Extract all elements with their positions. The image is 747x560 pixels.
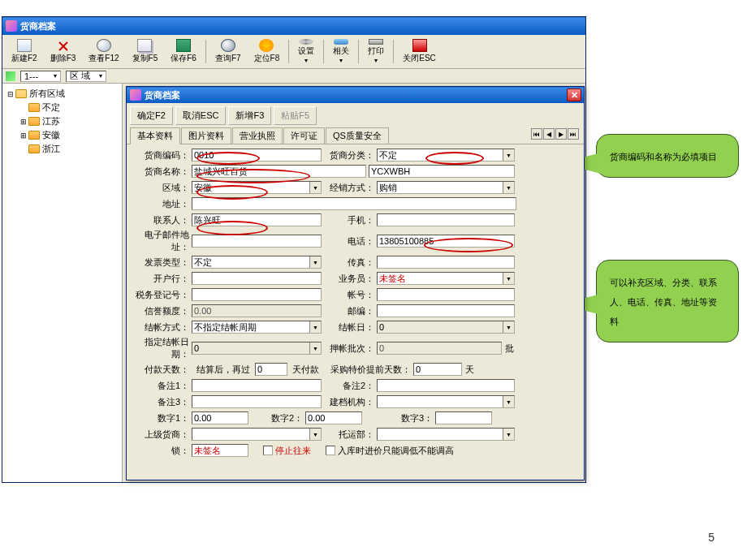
tab-license[interactable]: 营业执照 (232, 127, 283, 144)
buildorg-select[interactable]: ▼ (377, 395, 515, 408)
settlemode-select[interactable]: 不指定结帐周期▼ (192, 321, 322, 334)
taxreg-input[interactable] (192, 288, 322, 301)
credit-label: 信誉额度： (128, 305, 192, 317)
category-select[interactable]: 不定▼ (377, 149, 515, 162)
delete-button[interactable]: 删除F3 (45, 37, 82, 67)
close-button[interactable]: 关闭ESC (397, 37, 442, 67)
consign-label: 托运部： (322, 429, 377, 441)
filter-select-1[interactable]: 1---▾ (20, 71, 61, 82)
nav-prev-button[interactable]: ◀ (543, 128, 555, 140)
chevron-down-icon: ▼ (309, 429, 321, 440)
purchasealert-input[interactable] (413, 363, 462, 376)
tree-item[interactable]: ⊞江苏 (19, 114, 119, 128)
region-select[interactable]: 安徽▼ (192, 181, 322, 194)
postcode-input[interactable] (377, 304, 515, 317)
nav-next-button[interactable]: ▶ (555, 128, 567, 140)
ok-button[interactable]: 确定F2 (130, 106, 173, 125)
locate-icon (259, 39, 274, 52)
remark3-label: 备注3： (128, 396, 192, 408)
salesman-select[interactable]: 未签名▼ (377, 272, 515, 285)
collapse-icon[interactable]: ⊟ (6, 90, 15, 98)
sub-window: 货商档案 ✕ 确定F2 取消ESC 新增F3 粘贴F5 基本资料 图片资料 营业… (126, 86, 585, 480)
salesmode-select[interactable]: 购销▼ (377, 181, 515, 194)
print-button[interactable]: 打印▾ (362, 37, 390, 67)
code-input[interactable] (192, 149, 322, 162)
expand-icon[interactable]: ⊞ (19, 131, 28, 140)
email-label: 电子邮件地址： (128, 229, 192, 253)
tab-basic[interactable]: 基本资料 (130, 127, 180, 144)
account-label: 帐号： (322, 289, 377, 301)
paste-button[interactable]: 粘贴F5 (274, 106, 317, 125)
tree-item[interactable]: 不定 (19, 101, 119, 114)
noadjust-checkbox[interactable] (326, 446, 335, 455)
deposit-input[interactable] (377, 342, 502, 355)
nav-first-button[interactable]: ⏮ (531, 128, 542, 140)
consign-select[interactable]: ▼ (377, 428, 515, 441)
chevron-down-icon: ▾ (339, 57, 343, 64)
add-button[interactable]: 新增F3 (228, 106, 271, 125)
remark2-label: 备注2： (322, 380, 377, 392)
num3-input[interactable] (435, 411, 492, 424)
paydays-label: 付款天数： (128, 364, 192, 376)
tab-qs[interactable]: QS质量安全 (326, 127, 389, 144)
tab-image[interactable]: 图片资料 (181, 127, 231, 144)
paydays-input[interactable] (255, 363, 287, 376)
chevron-down-icon: ▾ (54, 72, 57, 80)
fax-input[interactable] (377, 256, 515, 269)
name-pinyin-input[interactable] (369, 165, 515, 178)
code-label: 货商编码： (128, 149, 192, 162)
titlebar: 货商档案 (2, 17, 585, 35)
settledate-select[interactable]: 0▼ (192, 342, 322, 355)
locate-button[interactable]: 定位F8 (248, 37, 286, 67)
toolbar-separator (205, 40, 206, 63)
num1-label: 数字1： (128, 412, 192, 424)
copy-icon (137, 39, 152, 52)
folder-icon (28, 103, 40, 112)
tree-item[interactable]: ⊞安徽 (19, 128, 119, 142)
related-icon (334, 39, 348, 45)
parent-select[interactable]: ▼ (192, 428, 322, 441)
phone-input[interactable] (377, 235, 515, 248)
expand-icon[interactable]: ⊞ (19, 118, 28, 126)
remark3-input[interactable] (192, 395, 322, 408)
name-input[interactable] (192, 165, 366, 178)
chevron-down-icon: ▼ (503, 396, 514, 407)
settings-button[interactable]: 设置▾ (292, 37, 320, 67)
tree-label: 安徽 (42, 129, 60, 141)
tree-root[interactable]: ⊟ 所有区域 (6, 87, 119, 101)
chevron-down-icon: ▼ (309, 256, 321, 268)
address-input[interactable] (192, 197, 516, 210)
parent-label: 上级货商： (128, 429, 192, 441)
num2-input[interactable] (305, 411, 362, 424)
tree-label: 所有区域 (29, 88, 65, 100)
new-button[interactable]: 新建F2 (6, 37, 43, 67)
bank-input[interactable] (192, 272, 322, 285)
tab-permit[interactable]: 许可证 (283, 127, 325, 144)
salesman-label: 业务员： (322, 273, 377, 285)
remark2-input[interactable] (377, 379, 515, 392)
close-x-button[interactable]: ✕ (567, 88, 581, 101)
settleday-select[interactable]: 0▼ (377, 321, 515, 334)
mobile-input[interactable] (377, 213, 515, 226)
cancel-button[interactable]: 取消ESC (175, 106, 227, 125)
sub-button-row: 确定F2 取消ESC 新增F3 粘贴F5 (127, 103, 584, 128)
nav-last-button[interactable]: ⏭ (568, 128, 579, 140)
contact-input[interactable] (192, 213, 322, 226)
tree-item[interactable]: 浙江 (19, 142, 119, 156)
mobile-label: 手机： (322, 214, 377, 226)
num1-input[interactable] (192, 411, 248, 424)
save-button[interactable]: 保存F6 (165, 37, 202, 67)
remark1-input[interactable] (192, 379, 322, 392)
view-button[interactable]: 查看F12 (83, 37, 124, 67)
stop-checkbox[interactable] (263, 446, 273, 455)
email-input[interactable] (192, 235, 322, 248)
related-button[interactable]: 相关▾ (327, 37, 355, 67)
lock-input[interactable] (192, 444, 248, 457)
account-input[interactable] (377, 288, 515, 301)
sub-titlebar: 货商档案 ✕ (127, 87, 584, 103)
invoice-select[interactable]: 不定▼ (192, 256, 322, 269)
credit-input[interactable] (192, 304, 322, 317)
query-button[interactable]: 查询F7 (209, 37, 247, 67)
copy-button[interactable]: 复制F5 (127, 37, 164, 67)
filter-select-2[interactable]: 区 域▾ (66, 71, 106, 82)
